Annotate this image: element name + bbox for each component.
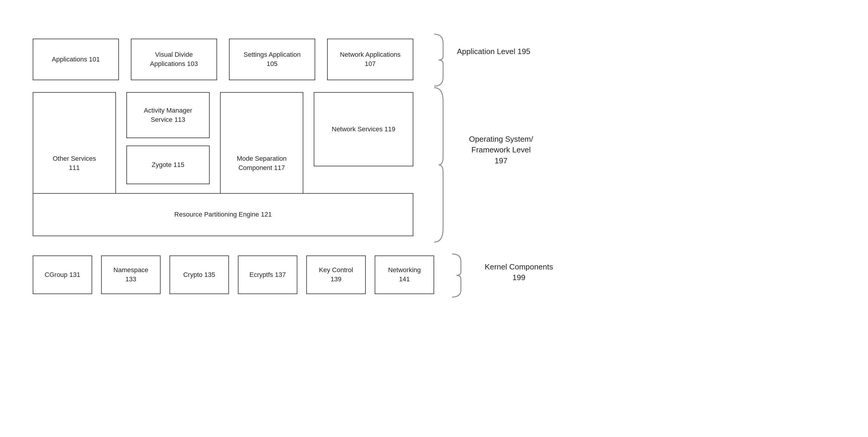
- resource-partitioning-121-label: Resource Partitioning Engine 121: [174, 210, 272, 219]
- application-level-brace: [422, 33, 446, 88]
- kernel-components-brace: [440, 253, 464, 299]
- ecryptfs-137-label: Ecryptfs 137: [249, 270, 286, 279]
- networking-141-box: Networking141: [375, 256, 434, 294]
- zygote-115-box: Zygote 115: [126, 145, 210, 184]
- os-framework-brace: [422, 86, 446, 244]
- kernel-components-label: Kernel Components199: [471, 262, 566, 283]
- networking-141-label: Networking141: [388, 266, 421, 284]
- applications-101-box: Applications 101: [33, 39, 119, 80]
- resource-partitioning-121-box: Resource Partitioning Engine 121: [33, 193, 413, 236]
- cgroup-131-box: CGroup 131: [33, 256, 92, 294]
- settings-application-105-label: Settings Application105: [244, 50, 301, 69]
- network-services-119-box: Network Services 119: [314, 92, 413, 166]
- cgroup-131-label: CGroup 131: [44, 270, 80, 279]
- network-applications-107-label: Network Applications107: [340, 50, 401, 69]
- mode-separation-117-label: Mode SeparationComponent 117: [237, 154, 287, 173]
- diagram-container: Applications 101 Visual DivideApplicatio…: [15, 18, 847, 422]
- ecryptfs-137-box: Ecryptfs 137: [238, 256, 297, 294]
- key-control-139-label: Key Control139: [319, 266, 353, 284]
- network-applications-107-box: Network Applications107: [327, 39, 413, 80]
- namespace-133-box: Namespace133: [101, 256, 161, 294]
- settings-application-105-box: Settings Application105: [229, 39, 315, 80]
- other-services-111-label: Other Services111: [53, 154, 96, 173]
- application-level-label: Application Level 195: [452, 46, 535, 57]
- crypto-135-box: Crypto 135: [169, 256, 229, 294]
- namespace-133-label: Namespace133: [113, 266, 148, 284]
- activity-manager-113-label: Activity ManagerService 113: [144, 106, 192, 125]
- os-framework-label: Operating System/Framework Level197: [452, 134, 550, 166]
- key-control-139-box: Key Control139: [306, 256, 366, 294]
- crypto-135-label: Crypto 135: [183, 270, 215, 279]
- activity-manager-113-box: Activity ManagerService 113: [126, 92, 210, 138]
- network-services-119-label: Network Services 119: [332, 125, 396, 134]
- visual-divide-103-box: Visual DivideApplications 103: [131, 39, 217, 80]
- applications-101-label: Applications 101: [52, 55, 100, 64]
- visual-divide-103-label: Visual DivideApplications 103: [150, 50, 198, 69]
- zygote-115-label: Zygote 115: [152, 160, 184, 170]
